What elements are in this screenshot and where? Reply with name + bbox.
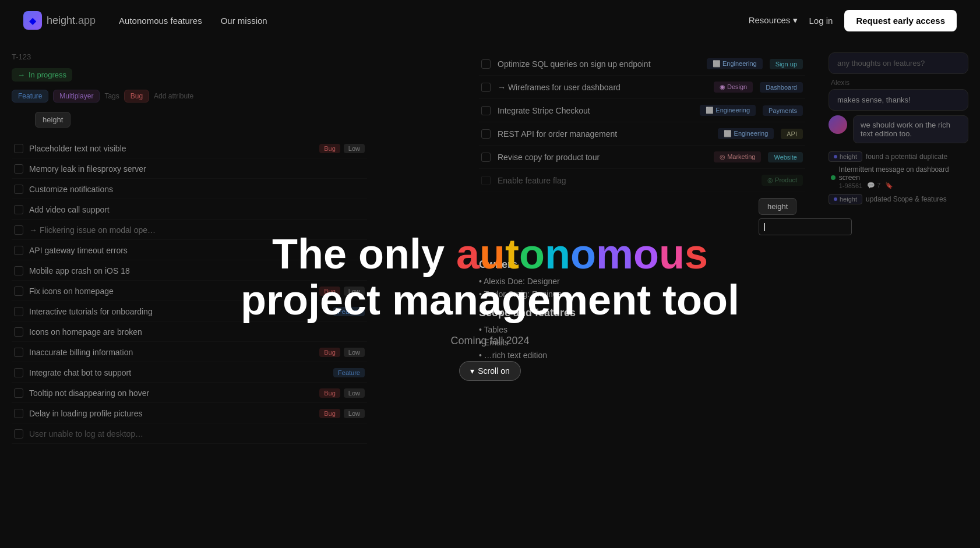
logo-domain: .app (75, 15, 96, 26)
resources-label: Resources (749, 15, 791, 25)
scroll-label: Scroll on (478, 366, 509, 376)
resources-button[interactable]: Resources ▾ (749, 15, 798, 26)
letter-t: t (505, 231, 519, 277)
autonomous-features-link[interactable]: Autonomous features (119, 16, 202, 26)
logo-text: height.app (47, 15, 96, 27)
main-content: The only a u t o n o m o u s project man… (0, 41, 980, 548)
letter-a: a (456, 231, 480, 277)
letter-u1: u (480, 231, 505, 277)
letter-o1: o (519, 231, 545, 277)
letter-n: n (545, 231, 570, 277)
login-button[interactable]: Log in (809, 16, 833, 26)
nav-left: ◆ height.app Autonomous features Our mis… (23, 11, 267, 30)
logo-name: height (47, 15, 75, 26)
chevron-down-icon: ▾ (470, 366, 474, 376)
letter-o2: o (570, 231, 596, 277)
letter-s: s (685, 231, 708, 277)
our-mission-link[interactable]: Our mission (221, 16, 267, 26)
letter-o3: o (633, 231, 659, 277)
logo-link[interactable]: ◆ height.app (23, 11, 96, 30)
hero-line2: project management tool (241, 277, 739, 323)
hero-line1: The only a u t o n o m o u s (241, 231, 739, 277)
hero-text: The only a u t o n o m o u s project man… (241, 231, 739, 347)
hero-autonomous-word: a u t o n o m o u s (456, 231, 708, 277)
letter-m: m (596, 231, 633, 277)
logo-icon: ◆ (23, 11, 42, 30)
navbar: ◆ height.app Autonomous features Our mis… (0, 0, 980, 41)
scroll-button[interactable]: ▾ Scroll on (459, 361, 520, 381)
nav-right: Resources ▾ Log in Request early access (749, 10, 957, 31)
letter-u2: u (659, 231, 685, 277)
hero-subtitle: Coming fall 2024 (241, 335, 739, 347)
hero-prefix: The only (272, 231, 445, 277)
nav-links: Autonomous features Our mission (119, 16, 267, 26)
request-early-access-button[interactable]: Request early access (844, 10, 957, 31)
